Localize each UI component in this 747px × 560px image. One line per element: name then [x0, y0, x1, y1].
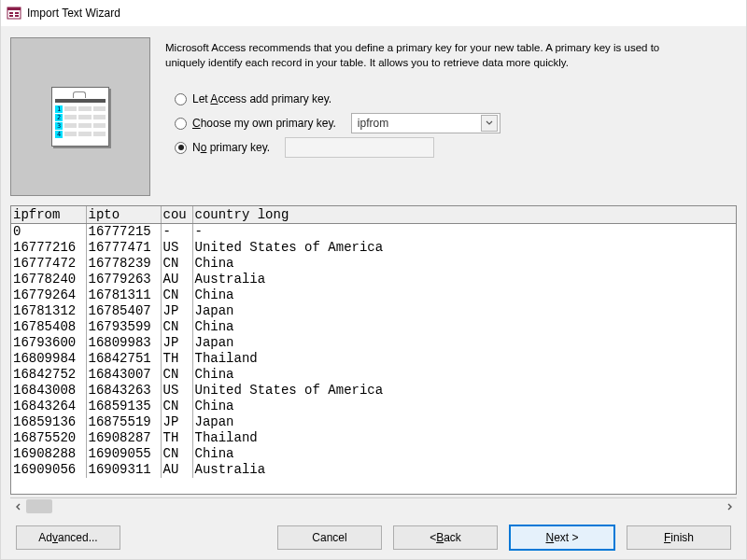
scroll-left-icon[interactable]: [10, 498, 26, 514]
scroll-right-icon[interactable]: [721, 498, 737, 514]
table-row[interactable]: 1677721616777471USUnited States of Ameri…: [11, 240, 736, 256]
table-cell: 16785407: [86, 303, 161, 319]
table-row[interactable]: 1680998416842751THThailand: [11, 351, 736, 367]
table-cell: Japan: [192, 335, 736, 351]
option-choose-own[interactable]: Choose my own primary key. ipfrom: [175, 111, 737, 135]
table-cell: 16777471: [86, 240, 161, 256]
table-cell: United States of America: [192, 383, 736, 399]
table-cell: 16909055: [86, 446, 161, 462]
table-cell: Thailand: [192, 351, 736, 367]
table-cell: 16779264: [11, 287, 86, 303]
table-cell: 16777216: [11, 240, 86, 256]
table-cell: CN: [161, 399, 192, 414]
svg-rect-5: [15, 15, 19, 17]
svg-rect-3: [9, 15, 13, 17]
table-row[interactable]: 1677824016779263AUAustralia: [11, 272, 736, 287]
table-cell: 16777215: [86, 224, 161, 241]
instruction-text: Microsoft Access recommends that you def…: [165, 41, 688, 70]
radio-let-access[interactable]: [175, 93, 187, 105]
table-cell: 16842752: [11, 367, 86, 383]
table-cell: 16843008: [11, 383, 86, 399]
table-cell: TH: [161, 351, 192, 367]
table-cell: CN: [161, 319, 192, 335]
column-header[interactable]: ipto: [86, 206, 161, 224]
option-let-access-label: Let Access add primary key.: [192, 92, 331, 105]
table-cell: 16875519: [86, 414, 161, 430]
table-cell: China: [192, 446, 736, 462]
table-cell: Japan: [192, 303, 736, 319]
table-cell: China: [192, 399, 736, 414]
table-cell: Thailand: [192, 430, 736, 446]
table-row[interactable]: 1690828816909055CNChina: [11, 446, 736, 462]
table-key-illustration: 1234: [51, 87, 109, 147]
scrollbar-thumb[interactable]: [26, 499, 52, 513]
table-row[interactable]: 1678540816793599CNChina: [11, 319, 736, 335]
table-cell: 16908287: [86, 430, 161, 446]
illustration-panel: 1234: [10, 37, 150, 196]
data-preview-grid[interactable]: ipfromiptocoucountry long 016777215--167…: [10, 205, 737, 495]
chevron-down-icon[interactable]: [481, 115, 498, 132]
table-cell: US: [161, 383, 192, 399]
table-cell: 16909311: [86, 462, 161, 478]
table-cell: -: [161, 224, 192, 241]
option-let-access[interactable]: Let Access add primary key.: [175, 87, 737, 111]
table-cell: 16809984: [11, 351, 86, 367]
column-header[interactable]: ipfrom: [11, 206, 86, 224]
table-cell: 16809983: [86, 335, 161, 351]
table-cell: CN: [161, 287, 192, 303]
column-header[interactable]: country long: [192, 206, 736, 224]
table-cell: CN: [161, 446, 192, 462]
scrollbar-track[interactable]: [26, 498, 721, 514]
table-cell: 16859135: [86, 399, 161, 414]
radio-choose-own[interactable]: [175, 118, 187, 130]
table-cell: US: [161, 240, 192, 256]
table-cell: 16875520: [11, 430, 86, 446]
horizontal-scrollbar[interactable]: [10, 497, 737, 514]
table-cell: 16778239: [86, 256, 161, 272]
table-cell: AU: [161, 272, 192, 287]
instructions-panel: Microsoft Access recommends that you def…: [165, 35, 737, 196]
table-row[interactable]: 1687552016908287THThailand: [11, 430, 736, 446]
table-row[interactable]: 016777215--: [11, 224, 736, 241]
table-row[interactable]: 1679360016809983JPJapan: [11, 335, 736, 351]
table-cell: -: [192, 224, 736, 241]
table-cell: 16781311: [86, 287, 161, 303]
table-cell: China: [192, 319, 736, 335]
option-no-primary-key-label: No primary key.: [192, 141, 270, 154]
table-row[interactable]: 1684300816843263USUnited States of Ameri…: [11, 383, 736, 399]
table-cell: Australia: [192, 272, 736, 287]
finish-button[interactable]: Finish: [627, 525, 731, 550]
table-row[interactable]: 1685913616875519JPJapan: [11, 414, 736, 430]
cancel-button[interactable]: Cancel: [277, 525, 382, 550]
table-cell: 16778240: [11, 272, 86, 287]
primary-key-field-combo[interactable]: ipfrom: [351, 113, 500, 133]
window-title: Import Text Wizard: [27, 7, 120, 20]
svg-rect-2: [9, 12, 13, 14]
table-cell: 16793599: [86, 319, 161, 335]
option-no-primary-key[interactable]: No primary key.: [175, 135, 737, 160]
table-cell: JP: [161, 335, 192, 351]
back-button[interactable]: < Back: [393, 525, 498, 550]
table-row[interactable]: 1677747216778239CNChina: [11, 256, 736, 272]
next-button[interactable]: Next >: [509, 525, 615, 551]
table-row[interactable]: 1678131216785407JPJapan: [11, 303, 736, 319]
table-cell: CN: [161, 367, 192, 383]
table-row[interactable]: 1684326416859135CNChina: [11, 399, 736, 414]
disabled-field-placeholder: [285, 137, 434, 158]
radio-no-primary-key[interactable]: [175, 142, 187, 154]
column-header[interactable]: cou: [161, 206, 192, 224]
table-cell: CN: [161, 256, 192, 272]
table-cell: 16785408: [11, 319, 86, 335]
table-row[interactable]: 1677926416781311CNChina: [11, 287, 736, 303]
table-cell: 16859136: [11, 414, 86, 430]
table-cell: 16842751: [86, 351, 161, 367]
svg-rect-4: [15, 12, 19, 14]
advanced-button[interactable]: Advanced...: [16, 525, 120, 550]
table-cell: 16843264: [11, 399, 86, 414]
table-cell: JP: [161, 303, 192, 319]
table-row[interactable]: 1690905616909311AUAustralia: [11, 462, 736, 478]
table-row[interactable]: 1684275216843007CNChina: [11, 367, 736, 383]
app-icon: [7, 6, 21, 21]
table-cell: China: [192, 367, 736, 383]
table-cell: 0: [11, 224, 86, 241]
